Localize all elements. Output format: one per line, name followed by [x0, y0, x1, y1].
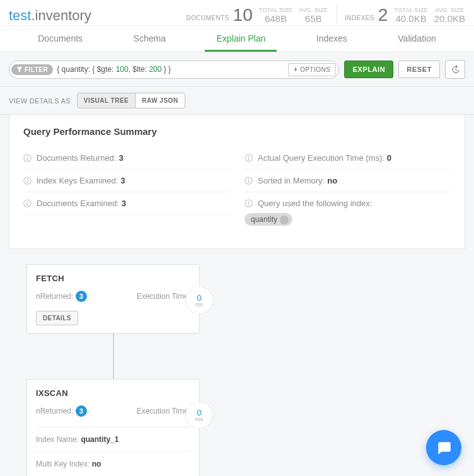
details-button[interactable]: DETAILS	[36, 311, 78, 325]
svg-rect-1	[27, 158, 28, 160]
info-icon	[245, 177, 253, 185]
svg-rect-7	[27, 203, 28, 206]
history-button[interactable]	[445, 60, 465, 79]
info-icon	[23, 177, 32, 185]
namespace: test.inventory	[9, 8, 179, 24]
svg-rect-17	[248, 201, 250, 202]
svg-rect-10	[248, 158, 250, 160]
tab-schema[interactable]: Schema	[122, 26, 177, 52]
documents-count: 10	[233, 6, 253, 24]
tab-explain-plan[interactable]: Explain Plan	[205, 26, 277, 52]
tree-connector	[113, 334, 114, 379]
info-icon	[245, 154, 253, 162]
collection-stats: DOCUMENTS 10 TOTAL SIZE648B AVG. SIZE65B…	[179, 5, 465, 24]
options-button[interactable]: OPTIONS	[288, 63, 337, 76]
filter-badge: FILTER	[11, 64, 53, 75]
svg-rect-2	[27, 156, 28, 157]
chat-fab[interactable]	[426, 430, 461, 465]
execution-clock: 0ms	[185, 401, 213, 429]
reset-button[interactable]: RESET	[398, 61, 440, 78]
svg-rect-11	[248, 156, 250, 157]
raw-json-button[interactable]: RAW JSON	[135, 93, 184, 108]
svg-rect-13	[248, 180, 250, 183]
tab-indexes[interactable]: Indexes	[305, 26, 359, 52]
indexes-label: INDEXES	[345, 15, 374, 24]
stage-tree: FETCH nReturned: 3 Execution Time: 0ms D…	[0, 249, 474, 476]
view-mode-toggle: VISUAL TREE RAW JSON	[77, 93, 185, 108]
svg-rect-8	[27, 201, 28, 202]
stage-fetch: FETCH nReturned: 3 Execution Time: 0ms D…	[26, 264, 200, 334]
row-docs-examined: Documents Examined:3	[23, 192, 229, 215]
summary-title: Query Performance Summary	[23, 126, 451, 137]
row-index-used: Query used the following index: quantity	[245, 192, 451, 232]
tab-bar: Documents Schema Explain Plan Indexes Va…	[0, 26, 474, 52]
execution-clock: 0ms	[185, 286, 213, 314]
visual-tree-button[interactable]: VISUAL TREE	[78, 93, 135, 108]
explain-button[interactable]: EXPLAIN	[344, 61, 393, 78]
view-details-label: VIEW DETAILS AS	[9, 97, 71, 105]
header-bar: test.inventory DOCUMENTS 10 TOTAL SIZE64…	[0, 0, 474, 26]
info-icon	[23, 154, 32, 162]
svg-rect-4	[27, 180, 28, 183]
indexes-count: 2	[378, 6, 388, 24]
row-exec-time: Actual Query Execution Time (ms):0	[245, 147, 451, 170]
index-pill: quantity	[245, 213, 292, 226]
chat-icon	[436, 439, 452, 456]
caret-right-icon	[294, 67, 298, 72]
svg-rect-14	[248, 178, 250, 180]
summary-panel: Query Performance Summary Documents Retu…	[9, 115, 465, 249]
query-toolbar: FILTER { quantity: { $gte: 100, $lte: 20…	[0, 52, 474, 87]
row-sorted: Sorted in Memory:no	[245, 170, 451, 192]
view-details-bar: VIEW DETAILS AS VISUAL TREE RAW JSON	[0, 87, 474, 115]
svg-rect-16	[248, 203, 250, 206]
history-icon	[451, 65, 460, 74]
svg-rect-5	[27, 178, 28, 180]
nreturned-pill: 3	[76, 291, 87, 302]
funnel-icon	[16, 66, 23, 73]
filter-input[interactable]: FILTER { quantity: { $gte: 100, $lte: 20…	[9, 61, 339, 79]
row-index-name: Index Name: quantity_1	[36, 427, 190, 451]
documents-label: DOCUMENTS	[187, 15, 229, 24]
tab-documents[interactable]: Documents	[26, 26, 94, 52]
filter-text: { quantity: { $gte: 100, $lte: 200 } }	[53, 65, 288, 74]
row-keys-examined: Index Keys Examined:3	[23, 170, 229, 192]
stage-ixscan: IXSCAN nReturned: 3 Execution Time: 0ms …	[26, 379, 200, 476]
info-icon	[245, 199, 253, 207]
nreturned-pill: 3	[76, 405, 87, 417]
row-multikey: Multi Key Index: no	[36, 451, 190, 476]
row-docs-returned: Documents Returned:3	[23, 147, 229, 170]
info-icon	[23, 199, 32, 207]
tab-validation[interactable]: Validation	[386, 26, 447, 52]
